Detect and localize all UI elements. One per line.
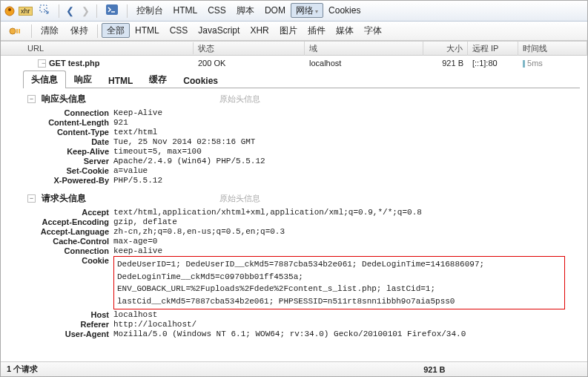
header-row: ServerApache/2.4.9 (Win64) PHP/5.5.12 [27,157,565,165]
filter-JavaScript[interactable]: JavaScript [193,23,245,38]
raw-headers-link[interactable]: 原始头信息 [219,193,260,204]
subtab-头信息[interactable]: 头信息 [23,71,66,88]
header-value: max-age=0 [113,237,565,246]
header-row: X-Powered-ByPHP/5.5.12 [27,176,565,185]
header-row: ConnectionKeep-Alive [27,108,565,117]
header-row: Cache-Controlmax-age=0 [27,237,565,246]
raw-headers-link[interactable]: 原始头信息 [219,94,260,105]
tab-CSS[interactable]: CSS [202,3,231,18]
filter-字体[interactable]: 字体 [359,23,387,38]
console-toggle-icon[interactable] [101,2,123,19]
header-value: http://localhost/ [113,320,565,329]
header-key: Set-Cookie [27,166,113,175]
grid-header: URL 状态 域 大小 远程 IP 时间线 [1,41,587,56]
detail-tabs: 头信息响应HTML缓存Cookies [23,71,580,88]
tab-网络[interactable]: 网络 [291,3,323,18]
filter-图片[interactable]: 图片 [274,23,303,38]
collapse-icon[interactable]: − [27,95,36,103]
header-value: zh-cn,zh;q=0.8,en-us;q=0.5,en;q=0.3 [113,227,565,236]
forward-button[interactable]: ❯ [79,5,93,16]
header-row: Refererhttp://localhost/ [27,320,565,329]
header-key: X-Powered-By [27,176,113,185]
header-row: CookieDedeUserID=1; DedeUserID__ckMd5=78… [27,256,565,309]
request-timeline: 5ms [518,57,587,69]
header-value: gzip, deflate [113,217,565,226]
header-key: Keep-Alive [27,147,113,156]
collapse-icon[interactable]: − [27,194,36,203]
request-section-header[interactable]: − 请求头信息 原始头信息 [27,192,565,205]
persist-button[interactable]: 保持 [65,22,93,39]
request-method: GET [49,59,66,68]
header-key: Referer [27,320,113,329]
request-domain: localhost [305,57,423,69]
filter-全部[interactable]: 全部 [102,23,130,38]
request-file: test.php [68,59,100,68]
header-key: Content-Length [27,118,113,127]
collapse-icon[interactable]: − [38,59,46,68]
header-value: DedeUserID=1; DedeUserID__ckMd5=7887cba5… [113,256,565,309]
header-key: User-Agent [27,330,113,338]
break-icon[interactable] [4,24,27,39]
tab-控制台[interactable]: 控制台 [131,3,168,18]
subtab-缓存[interactable]: 缓存 [141,71,175,88]
header-value: text/html,application/xhtml+xml,applicat… [113,208,565,217]
back-button[interactable]: ❮ [63,5,77,16]
filter-XHR[interactable]: XHR [245,23,274,38]
header-key: Connection [27,246,113,255]
xhr-icon[interactable]: xhr [19,7,33,16]
clear-button[interactable]: 清除 [36,22,64,39]
tab-HTML[interactable]: HTML [168,3,203,18]
filter-插件[interactable]: 插件 [303,23,331,38]
header-value: localhost [113,310,565,319]
firebug-icon[interactable] [4,5,16,17]
header-key: Accept-Language [27,227,113,236]
main-toolbar: xhr ❮ ❯ 控制台HTMLCSS脚本DOM网络Cookies [1,1,587,22]
header-row: Keep-Alivetimeout=5, max=100 [27,147,565,156]
header-value: 921 [113,118,565,127]
total-size: 921 B [423,365,445,374]
request-status: 200 OK [194,57,305,69]
section-title: 请求头信息 [42,192,86,205]
header-row: Content-Length921 [27,118,565,127]
header-key: Date [27,137,113,146]
request-row[interactable]: − GET test.php 200 OK localhost 921 B [:… [1,56,587,71]
separator [59,4,59,18]
subtab-HTML[interactable]: HTML [100,73,141,88]
inspect-icon[interactable] [34,2,55,19]
header-row: Content-Typetext/html [27,128,565,137]
response-section-header[interactable]: − 响应头信息 原始头信息 [27,93,565,105]
header-key: Server [27,157,113,165]
header-key: Host [27,310,113,319]
filter-媒体[interactable]: 媒体 [331,23,359,38]
tab-脚本[interactable]: 脚本 [231,3,260,18]
header-key: Cache-Control [27,237,113,246]
col-domain[interactable]: 域 [305,42,423,56]
tab-Cookies[interactable]: Cookies [323,3,366,18]
header-row: DateTue, 25 Nov 2014 02:58:16 GMT [27,137,565,146]
col-url[interactable]: URL [1,42,194,54]
header-row: Set-Cookiea=value [27,166,565,175]
filter-HTML[interactable]: HTML [130,23,165,38]
svg-rect-6 [16,29,18,33]
tab-DOM[interactable]: DOM [260,3,291,18]
header-value: Apache/2.4.9 (Win64) PHP/5.5.12 [113,157,565,165]
col-size[interactable]: 大小 [423,42,468,56]
col-timeline[interactable]: 时间线 [518,42,587,56]
header-value: timeout=5, max=100 [113,147,565,156]
svg-point-1 [8,8,11,11]
header-value: Tue, 25 Nov 2014 02:58:16 GMT [113,137,565,146]
header-key: Content-Type [27,128,113,137]
separator [31,24,32,38]
subtab-响应[interactable]: 响应 [66,71,100,88]
request-count: 1 个请求 [7,364,38,375]
header-value: keep-alive [113,246,565,255]
col-remote-ip[interactable]: 远程 IP [468,42,518,56]
subtab-Cookies[interactable]: Cookies [175,73,226,88]
header-key: Accept [27,208,113,217]
header-row: Accept-Encodinggzip, deflate [27,217,565,226]
separator [96,4,97,18]
col-status[interactable]: 状态 [194,42,305,56]
filter-CSS[interactable]: CSS [165,23,194,38]
header-row: Hostlocalhost [27,310,565,319]
separator [97,24,98,38]
